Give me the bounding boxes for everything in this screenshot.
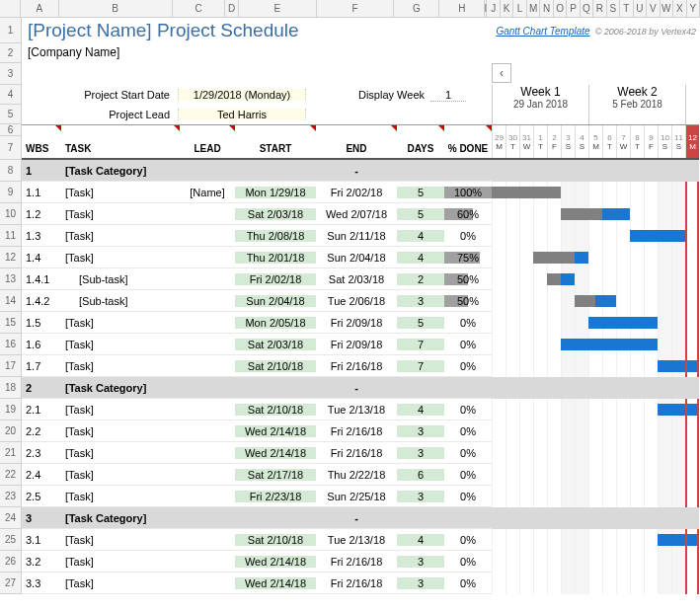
row-header[interactable]: 24: [0, 507, 22, 529]
cell-days[interactable]: 5: [397, 187, 444, 198]
table-row[interactable]: 1.7 [Task] Sat 2/10/18 Fri 2/16/18 7 0%: [22, 355, 492, 377]
cell-task[interactable]: [Task]: [61, 317, 180, 329]
col-header[interactable]: L: [513, 0, 526, 17]
row-header[interactable]: 13: [0, 268, 22, 290]
cell-end[interactable]: Fri 2/16/18: [316, 577, 397, 589]
cell-done[interactable]: 50%: [444, 273, 492, 285]
col-header[interactable]: Y: [687, 0, 700, 17]
col-end[interactable]: END: [316, 125, 397, 158]
cell-task[interactable]: [Task]: [61, 187, 180, 198]
cell-start[interactable]: Wed 2/14/18: [235, 447, 316, 459]
col-header[interactable]: Q: [581, 0, 593, 17]
table-row[interactable]: 3.1 [Task] Sat 2/10/18 Tue 2/13/18 4 0%: [22, 529, 492, 551]
row-header[interactable]: 18: [0, 377, 22, 399]
cell-done[interactable]: 60%: [444, 208, 492, 220]
cell-task[interactable]: [Task Category]: [61, 165, 180, 177]
cell-end[interactable]: Tue 2/13/18: [316, 534, 397, 546]
cell-done[interactable]: 0%: [444, 339, 492, 350]
col-header[interactable]: A: [21, 0, 58, 17]
cell-end[interactable]: Tue 2/06/18: [316, 295, 397, 307]
table-row[interactable]: 2 [Task Category] -: [22, 377, 492, 399]
row-header[interactable]: 9: [0, 182, 22, 203]
table-row[interactable]: 1 [Task Category] -: [22, 160, 492, 182]
col-header[interactable]: E: [239, 0, 317, 17]
row-header[interactable]: 4: [0, 85, 22, 105]
cell-start[interactable]: Sat 2/10/18: [235, 534, 316, 546]
cell-wbs[interactable]: 1.3: [22, 230, 61, 242]
cell-wbs[interactable]: 2.4: [22, 469, 61, 481]
company-name[interactable]: [Company Name]: [22, 43, 700, 61]
cell-end[interactable]: Tue 2/13/18: [316, 404, 397, 416]
cell-days[interactable]: 3: [397, 295, 444, 307]
cell-task[interactable]: [Task Category]: [61, 382, 180, 394]
cell-task[interactable]: [Task]: [61, 230, 180, 242]
col-header[interactable]: N: [540, 0, 553, 17]
prev-week-button[interactable]: ‹: [492, 63, 511, 83]
cell-start[interactable]: Wed 2/14/18: [235, 556, 316, 568]
cell-wbs[interactable]: 1.1: [22, 187, 61, 198]
cell-days[interactable]: 4: [397, 534, 444, 546]
row-header[interactable]: 25: [0, 529, 22, 551]
cell-done[interactable]: 0%: [444, 534, 492, 546]
row-header[interactable]: 12: [0, 247, 22, 268]
cell-days[interactable]: 6: [397, 469, 444, 481]
cell-days[interactable]: 3: [397, 447, 444, 459]
cell-wbs[interactable]: 3: [22, 512, 61, 524]
cell-task[interactable]: [Task]: [61, 252, 180, 264]
cell-task[interactable]: [Task]: [61, 404, 180, 416]
col-lead[interactable]: LEAD: [180, 125, 235, 158]
cell-end[interactable]: Thu 2/22/18: [316, 469, 397, 481]
cell-days[interactable]: 3: [397, 491, 444, 502]
cell-task[interactable]: [Task]: [61, 577, 180, 589]
cell-task[interactable]: [Task Category]: [61, 512, 180, 524]
table-row[interactable]: 1.4.1 [Sub-task] Fri 2/02/18 Sat 2/03/18…: [22, 268, 492, 290]
row-header[interactable]: 26: [0, 551, 22, 573]
cell-end[interactable]: Fri 2/16/18: [316, 425, 397, 437]
cell-end[interactable]: Fri 2/09/18: [316, 339, 397, 350]
cell-done[interactable]: 0%: [444, 556, 492, 568]
cell-task[interactable]: [Task]: [61, 447, 180, 459]
cell-task[interactable]: [Task]: [61, 469, 180, 481]
project-lead-value[interactable]: Ted Harris: [178, 109, 306, 120]
table-row[interactable]: 1.6 [Task] Sat 2/03/18 Fri 2/09/18 7 0%: [22, 334, 492, 355]
cell-end[interactable]: Fri 2/16/18: [316, 360, 397, 372]
row-header[interactable]: 7: [0, 136, 22, 160]
table-row[interactable]: 1.5 [Task] Mon 2/05/18 Fri 2/09/18 5 0%: [22, 312, 492, 334]
cell-start[interactable]: Sat 2/03/18: [235, 208, 316, 220]
cell-start[interactable]: Sun 2/04/18: [235, 295, 316, 307]
cell-done[interactable]: 0%: [444, 317, 492, 329]
cell-end[interactable]: Fri 2/02/18: [316, 187, 397, 198]
col-header[interactable]: W: [661, 0, 673, 17]
col-header[interactable]: D: [225, 0, 238, 17]
row-header[interactable]: 23: [0, 486, 22, 507]
cell-wbs[interactable]: 2.3: [22, 447, 61, 459]
table-row[interactable]: 1.1 [Task] [Name] Mon 1/29/18 Fri 2/02/1…: [22, 182, 492, 203]
row-header[interactable]: 3: [0, 63, 22, 85]
cell-days[interactable]: 4: [397, 404, 444, 416]
col-header[interactable]: C: [173, 0, 226, 17]
cell-wbs[interactable]: 1.7: [22, 360, 61, 372]
cell-wbs[interactable]: 2: [22, 382, 61, 394]
cell-done[interactable]: 0%: [444, 230, 492, 242]
cell-start[interactable]: Thu 2/01/18: [235, 252, 316, 264]
cell-lead[interactable]: [Name]: [180, 187, 235, 198]
cell-task[interactable]: [Task]: [61, 534, 180, 546]
template-link[interactable]: Gantt Chart Template: [496, 26, 589, 37]
col-header[interactable]: V: [647, 0, 660, 17]
cell-start[interactable]: Wed 2/14/18: [235, 577, 316, 589]
cell-days[interactable]: 4: [397, 252, 444, 264]
cell-start[interactable]: Sat 2/10/18: [235, 404, 316, 416]
col-wbs[interactable]: WBS: [22, 125, 61, 158]
table-row[interactable]: 3.3 [Task] Wed 2/14/18 Fri 2/16/18 3 0%: [22, 573, 492, 594]
cell-days[interactable]: 7: [397, 360, 444, 372]
row-header[interactable]: 21: [0, 442, 22, 464]
cell-end[interactable]: Sun 2/25/18: [316, 491, 397, 502]
cell-end[interactable]: Fri 2/09/18: [316, 317, 397, 329]
col-header[interactable]: M: [527, 0, 540, 17]
cell-end[interactable]: -: [316, 382, 397, 394]
cell-days[interactable]: 3: [397, 425, 444, 437]
row-header[interactable]: 19: [0, 399, 22, 420]
cell-days[interactable]: 7: [397, 339, 444, 350]
col-header[interactable]: K: [501, 0, 513, 17]
cell-done[interactable]: 0%: [444, 360, 492, 372]
